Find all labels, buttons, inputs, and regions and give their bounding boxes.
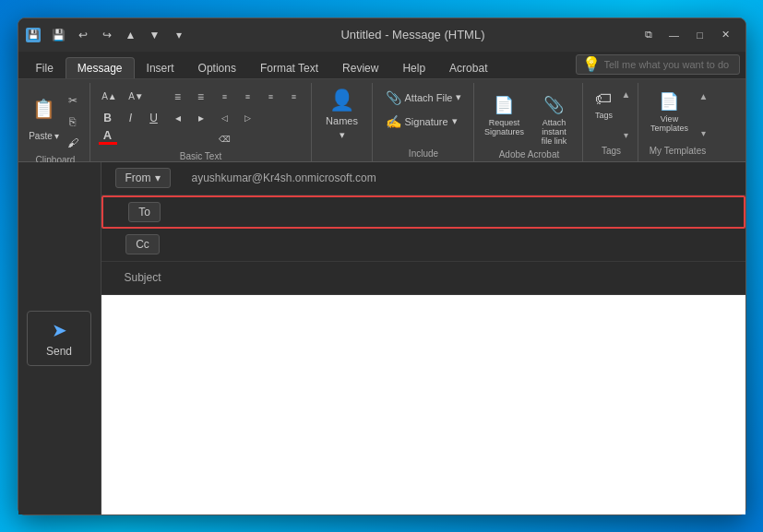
send-icon: ➤: [52, 319, 67, 341]
paste-icon-button[interactable]: 📋: [28, 90, 61, 127]
signature-button[interactable]: ✍ Signature ▾: [379, 111, 469, 133]
signature-dropdown: ▾: [452, 115, 458, 127]
minimize-button[interactable]: —: [662, 24, 686, 46]
format-painter-button[interactable]: 🖌: [62, 133, 84, 153]
text-style-row: B I U: [97, 108, 165, 128]
undo-button[interactable]: ↩: [72, 24, 94, 46]
tab-insert[interactable]: Insert: [135, 57, 186, 78]
subject-label: Subject: [124, 271, 161, 284]
cc-input[interactable]: [185, 229, 745, 261]
tags-expand-up[interactable]: ▲: [619, 89, 632, 101]
templates-content: 📄 ViewTemplates ▲ ▾: [645, 83, 709, 144]
request-signatures-button[interactable]: 📄 RequestSignatures: [481, 90, 527, 148]
maximize-button[interactable]: □: [688, 24, 712, 46]
indent-row: ◂ ▸: [167, 108, 212, 128]
names-group-label: [318, 147, 366, 161]
names-dropdown-icon: ▾: [340, 129, 345, 141]
templates-expand-up[interactable]: ▲: [697, 90, 709, 103]
clear-format-button[interactable]: ⌫: [214, 129, 236, 149]
attach-file-button[interactable]: 📎 Attach File ▾: [379, 87, 469, 109]
adobe-content: 📄 RequestSignatures 📎 Attach instantfile…: [481, 83, 577, 148]
up-button[interactable]: ▲: [120, 24, 142, 46]
bullet-list-button[interactable]: ≡: [167, 87, 189, 107]
subject-row: Subject: [101, 262, 745, 295]
align-left-button[interactable]: ≡: [214, 87, 236, 107]
view-templates-button[interactable]: 📄 ViewTemplates: [645, 87, 693, 144]
align-justify-button[interactable]: ≡: [283, 87, 305, 107]
decrease-indent-button[interactable]: ◂: [167, 108, 189, 128]
attach-file-dropdown: ▾: [456, 91, 461, 103]
names-label: Names: [326, 115, 358, 126]
tab-help[interactable]: Help: [390, 57, 437, 78]
cut-button[interactable]: ✂: [62, 90, 84, 111]
rtl-button[interactable]: ◁: [214, 108, 236, 128]
send-button[interactable]: ➤ Send: [27, 311, 91, 366]
adobe-buttons: 📄 RequestSignatures 📎 Attach instantfile…: [481, 87, 577, 148]
save-button[interactable]: 💾: [48, 24, 70, 46]
from-dropdown-icon: ▾: [155, 171, 161, 184]
search-input[interactable]: [604, 59, 733, 70]
templates-label: My Templates: [645, 144, 709, 159]
close-button[interactable]: ✕: [714, 24, 738, 46]
tags-expand-down[interactable]: ▾: [619, 129, 632, 142]
font-size-down-button[interactable]: A▼: [124, 87, 149, 107]
italic-button[interactable]: I: [120, 108, 142, 128]
compose-area[interactable]: [101, 295, 745, 514]
search-box[interactable]: 💡: [576, 54, 740, 75]
tab-acrobat[interactable]: Acrobat: [437, 57, 499, 78]
bold-button[interactable]: B: [97, 108, 119, 128]
align-right-button[interactable]: ≡: [260, 87, 282, 107]
send-label: Send: [46, 345, 72, 358]
paste-section: 📋 Paste ▾ ✂ ⎘ 🖌: [28, 87, 84, 153]
adobe-label: Adobe Acrobat: [481, 148, 577, 161]
templates-expander: ▲ ▾: [697, 87, 709, 144]
font-size-up-button[interactable]: A▲: [97, 87, 123, 107]
tags-label: Tags: [590, 144, 632, 159]
restore-button[interactable]: ⧉: [637, 24, 661, 46]
tab-message[interactable]: Message: [66, 57, 135, 78]
from-label: From: [125, 171, 151, 184]
attach-instant-file-button[interactable]: 📎 Attach instantfile link: [531, 90, 577, 148]
ribbon-tabs: File Message Insert Options Format Text …: [18, 52, 745, 79]
paste-dropdown-icon: ▾: [54, 131, 59, 141]
names-button[interactable]: 👤 Names ▾: [318, 87, 366, 144]
to-button[interactable]: To: [128, 202, 161, 222]
cc-label-col: Cc: [101, 234, 185, 254]
numbered-list-button[interactable]: ≡: [190, 87, 212, 107]
to-input[interactable]: [186, 197, 744, 227]
from-button[interactable]: From ▾: [115, 168, 171, 188]
window-controls: ⧉ — □ ✕: [637, 24, 738, 46]
increase-indent-button[interactable]: ▸: [190, 108, 212, 128]
underline-button[interactable]: U: [143, 108, 165, 128]
ltr-button[interactable]: ▷: [237, 108, 259, 128]
tab-review[interactable]: Review: [330, 57, 390, 78]
subject-input[interactable]: [185, 262, 745, 294]
outlook-window: 💾 💾 ↩ ↪ ▲ ▼ ▾ Untitled - Message (HTML) …: [18, 18, 746, 515]
quick-access-dropdown[interactable]: ▾: [168, 24, 190, 46]
email-form: From ▾ ayushkumar@Kr4sh.onmicrosoft.com …: [101, 162, 745, 514]
names-content: 👤 Names ▾: [318, 83, 366, 147]
tab-file[interactable]: File: [24, 57, 66, 78]
align-row2: ◁ ▷: [214, 108, 305, 128]
text-color-button[interactable]: A: [97, 129, 119, 145]
cc-button[interactable]: Cc: [125, 234, 160, 254]
tags-button[interactable]: 🏷 Tags: [590, 87, 617, 144]
font-size-col: A▲ A▼ B I U A: [97, 87, 165, 145]
send-column: ➤ Send: [18, 162, 101, 514]
text-color-row: A: [97, 129, 165, 145]
redo-button[interactable]: ↪: [96, 24, 118, 46]
lightbulb-icon: 💡: [582, 55, 601, 73]
text-color-letter: A: [103, 129, 112, 141]
tab-options[interactable]: Options: [186, 57, 248, 78]
request-sig-icon: 📄: [494, 95, 514, 115]
templates-group: 📄 ViewTemplates ▲ ▾ My Templates: [639, 83, 715, 161]
cc-label: Cc: [136, 238, 149, 251]
copy-button[interactable]: ⎘: [62, 112, 84, 132]
align-center-button[interactable]: ≡: [237, 87, 259, 107]
down-button[interactable]: ▼: [144, 24, 166, 46]
from-email: ayushkumar@Kr4sh.onmicrosoft.com: [185, 162, 745, 195]
include-group: 📎 Attach File ▾ ✍ Signature ▾ Include: [374, 83, 475, 161]
tab-format-text[interactable]: Format Text: [248, 57, 330, 78]
templates-expand-down[interactable]: ▾: [697, 127, 709, 140]
paste-label-button[interactable]: Paste ▾: [28, 128, 61, 145]
